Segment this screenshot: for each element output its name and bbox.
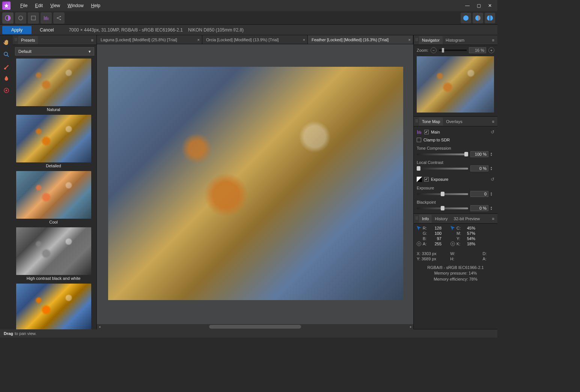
preset-item[interactable]: Cool — [14, 171, 93, 227]
menu-edit[interactable]: Edit — [31, 1, 47, 10]
tab-presets[interactable]: Presets — [18, 36, 38, 44]
preset-item[interactable]: Dramatic — [14, 284, 93, 329]
overlay-paint-tool[interactable] — [2, 62, 11, 71]
blackpoint-slider[interactable] — [417, 207, 468, 209]
blackpoint-value[interactable]: 0 % — [470, 205, 488, 211]
persona-tonemap[interactable] — [41, 12, 52, 24]
persona-photo[interactable] — [2, 12, 14, 24]
info-mode: RGBA/8 - sRGB IEC61966-2.1 — [417, 265, 494, 270]
blackpoint-label: Blackpoint — [417, 198, 494, 204]
tone-compression-value[interactable]: 100 % — [470, 151, 488, 157]
navigator-thumbnail[interactable] — [417, 56, 494, 113]
info-h-label: H: — [450, 257, 463, 261]
panel-menu-icon[interactable]: ≡ — [491, 38, 496, 42]
panel-menu-icon[interactable]: ≡ — [491, 119, 496, 124]
persona-toolbar — [0, 11, 497, 25]
svg-rect-2 — [32, 16, 36, 20]
document-tab[interactable]: Feather [Locked] [Modified] (16.3%) [Tri… — [308, 35, 413, 44]
spinner-icon[interactable]: ▴▾ — [491, 166, 494, 171]
info-ypx: 3689 px — [422, 257, 436, 261]
preset-item[interactable]: Detailed — [14, 115, 93, 170]
reset-icon[interactable]: ↺ — [491, 177, 494, 182]
presets-category-dropdown[interactable]: Default ▾ — [15, 47, 94, 56]
tool-strip — [0, 35, 13, 329]
panel-grip[interactable]: ⠿ — [14, 38, 17, 42]
horizontal-scrollbar[interactable]: ◂ ▸ — [97, 324, 413, 329]
close-button[interactable]: ✕ — [487, 3, 493, 8]
preset-thumb — [16, 171, 91, 219]
apply-button[interactable]: Apply — [2, 26, 32, 34]
tab-32bit[interactable]: 32-bit Preview — [451, 215, 483, 223]
document-tab[interactable]: Orcia [Locked] [Modified] (13.9%) [Trial… — [202, 35, 308, 44]
menu-file[interactable]: File — [17, 1, 31, 10]
document-tab[interactable]: Laguna [Locked] [Modified] (25.8%) [Tria… — [97, 35, 202, 44]
menu-window[interactable]: Window — [64, 1, 87, 10]
zoom-in-button[interactable]: + — [488, 47, 494, 53]
clamp-checkbox[interactable] — [417, 138, 421, 142]
spinner-icon[interactable]: ▴▾ — [491, 206, 494, 210]
persona-develop[interactable] — [28, 12, 39, 24]
scrollbar-thumb[interactable] — [209, 325, 301, 329]
close-icon[interactable]: × — [408, 38, 411, 42]
minimize-button[interactable]: ― — [464, 3, 470, 8]
presets-list[interactable]: Natural Detailed Cool High contrast blac… — [13, 58, 96, 329]
local-contrast-value[interactable]: 0 % — [470, 165, 488, 171]
share-button[interactable] — [53, 12, 65, 24]
navigator-panel: ⠿ Navigator Histogram ≡ Zoom: − 16 % + — [414, 35, 497, 117]
preset-thumb — [16, 115, 91, 162]
spinner-icon[interactable]: ▴▾ — [491, 152, 494, 156]
exposure-slider[interactable] — [417, 193, 468, 195]
zoom-slider[interactable] — [439, 50, 467, 51]
view-split[interactable] — [473, 13, 483, 23]
panel-menu-icon[interactable]: ≡ — [491, 216, 496, 221]
preset-label: Natural — [47, 106, 60, 114]
hand-tool[interactable] — [2, 38, 11, 47]
info-g: 100 — [428, 231, 441, 236]
local-contrast-slider[interactable] — [417, 168, 468, 170]
zoom-tool[interactable] — [2, 50, 11, 59]
view-single[interactable] — [461, 13, 471, 23]
menu-help[interactable]: Help — [87, 1, 104, 10]
tab-navigator[interactable]: Navigator — [419, 36, 443, 44]
cancel-button[interactable]: Cancel — [35, 26, 58, 34]
panel-grip[interactable]: ⠿ — [415, 216, 417, 221]
maximize-button[interactable]: ▢ — [476, 3, 482, 8]
panel-menu-icon[interactable]: ≡ — [90, 38, 95, 42]
menu-view[interactable]: View — [47, 1, 64, 10]
tab-history[interactable]: History — [432, 215, 450, 223]
preset-item[interactable]: Natural — [14, 59, 93, 114]
info-mem-pressure: Memory pressure: 14% — [417, 270, 494, 276]
reset-icon[interactable]: ↺ — [491, 129, 494, 135]
zoom-input[interactable]: 16 % — [469, 47, 486, 53]
canvas-image — [108, 67, 403, 300]
main-checkbox[interactable] — [424, 130, 429, 134]
menubar: File Edit View Window Help ― ▢ ✕ — [0, 0, 497, 11]
spinner-icon[interactable]: ▴▾ — [491, 192, 494, 196]
close-icon[interactable]: × — [197, 38, 200, 42]
status-bold: Drag — [4, 331, 13, 336]
presets-panel: ⠿ Presets ≡ Default ▾ Natural Detailed C… — [13, 35, 97, 329]
tab-tonemap[interactable]: Tone Map — [419, 117, 443, 126]
tab-histogram[interactable]: Histogram — [443, 36, 467, 44]
info-d-label: D: — [482, 251, 494, 256]
exposure-value[interactable]: 0 — [470, 191, 488, 197]
app-logo — [2, 2, 11, 10]
panel-grip[interactable]: ⠿ — [415, 38, 417, 42]
overlay-gradient-tool[interactable] — [2, 86, 11, 95]
tone-compression-slider[interactable] — [417, 153, 468, 155]
persona-liquify[interactable] — [15, 12, 26, 24]
exposure-checkbox[interactable] — [424, 177, 429, 182]
svg-point-8 — [6, 90, 8, 92]
zoom-out-button[interactable]: − — [431, 47, 437, 53]
panel-grip[interactable]: ⠿ — [415, 119, 417, 124]
view-mirror[interactable] — [485, 13, 495, 23]
canvas[interactable] — [97, 44, 413, 324]
preset-item[interactable]: High contrast black and white — [14, 227, 93, 283]
scroll-left-icon[interactable]: ◂ — [97, 325, 102, 329]
tab-overlays[interactable]: Overlays — [443, 117, 465, 126]
close-icon[interactable]: × — [303, 38, 305, 42]
tab-info[interactable]: Info — [419, 215, 432, 223]
overlay-erase-tool[interactable] — [2, 74, 11, 83]
document-tab-title: Feather [Locked] [Modified] (16.3%) [Tri… — [312, 38, 389, 42]
scroll-right-icon[interactable]: ▸ — [408, 325, 413, 329]
